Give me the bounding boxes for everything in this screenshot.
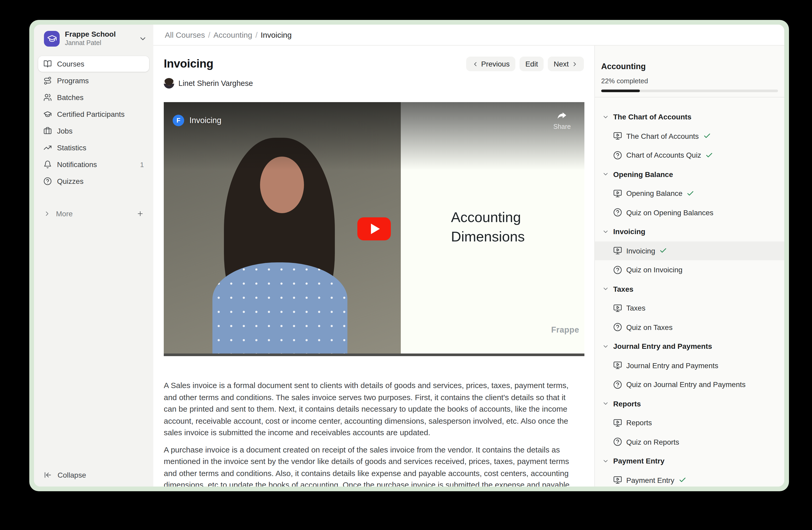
channel-avatar[interactable]: F — [173, 115, 184, 126]
sidebar-item-label: Programs — [57, 76, 89, 85]
outline-section-header[interactable]: Reports — [595, 394, 784, 413]
workspace-switcher[interactable]: Frappe School Jannat Patel — [34, 25, 153, 51]
outline-item[interactable]: The Chart of Accounts — [595, 126, 784, 145]
outline-item[interactable]: Payment Entry — [595, 471, 784, 487]
outline-section-title: Taxes — [613, 285, 633, 293]
route-icon — [43, 76, 52, 85]
outline-section-header[interactable]: Journal Entry and Payments — [595, 337, 784, 356]
chevron-right-icon — [43, 210, 51, 217]
outline-item[interactable]: Quiz on Reports — [595, 432, 784, 451]
next-button[interactable]: Next — [548, 57, 584, 71]
app-window: Frappe School Jannat Patel Courses Progr… — [34, 25, 784, 487]
columns: Invoicing Previous Edit Nex — [153, 45, 784, 487]
video-bottom-bar — [164, 353, 584, 356]
school-name: Frappe School — [65, 30, 133, 39]
outline-item-label: Quiz on Opening Balances — [626, 208, 713, 217]
graduation-cap-icon — [43, 110, 52, 118]
course-progress-fill — [601, 89, 640, 92]
content-area: All Courses/Accounting/Invoicing Invoici… — [153, 25, 784, 487]
lesson-paragraph: A purchase invoice is a document created… — [164, 444, 573, 487]
outline-section-header[interactable]: Invoicing — [595, 222, 784, 241]
page-title: Invoicing — [164, 57, 214, 71]
share-button[interactable]: Share — [553, 110, 571, 130]
outline-item[interactable]: Quiz on Taxes — [595, 318, 784, 337]
chevron-down-icon — [602, 343, 609, 350]
edit-button[interactable]: Edit — [520, 57, 543, 71]
quiz-icon — [613, 380, 622, 389]
outline-item[interactable]: Journal Entry and Payments — [595, 356, 784, 375]
outline-item-label: Quiz on Journal Entry and Payments — [626, 380, 745, 389]
outline-item-label: Quiz on Invoicing — [626, 266, 682, 274]
completed-check-icon — [679, 476, 686, 484]
outline-item[interactable]: Quiz on Invoicing — [595, 260, 784, 279]
breadcrumb-separator: / — [208, 30, 210, 39]
outline-item-current[interactable]: Invoicing — [595, 241, 784, 260]
lesson-paragraph: A Sales invoice is a formal document sen… — [164, 380, 573, 438]
outline-item-label: Opening Balance — [626, 189, 682, 198]
chevron-down-icon — [139, 34, 147, 43]
breadcrumb-separator: / — [255, 30, 257, 39]
breadcrumb-link-accounting[interactable]: Accounting — [214, 30, 252, 39]
video-title[interactable]: Invoicing — [189, 116, 221, 125]
outline-item[interactable]: Quiz on Journal Entry and Payments — [595, 375, 784, 394]
sidebar-item-more[interactable]: More — [38, 206, 149, 222]
chevron-down-icon — [602, 228, 609, 235]
outline-item[interactable]: Chart of Accounts Quiz — [595, 145, 784, 165]
outline-item[interactable]: Opening Balance — [595, 184, 784, 203]
left-sidebar: Frappe School Jannat Patel Courses Progr… — [34, 25, 153, 487]
collapse-button[interactable]: Collapse — [34, 471, 153, 487]
trending-up-icon — [43, 143, 52, 152]
monitor-play-icon — [613, 132, 622, 141]
school-logo — [44, 31, 60, 46]
outline-item-label: Payment Entry — [626, 476, 675, 485]
video-player[interactable]: Accounting Dimensions Frappe F Invoicing… — [164, 102, 584, 356]
outline-item-label: Taxes — [626, 304, 646, 312]
course-progress-label: 22% completed — [601, 76, 778, 86]
sidebar-spacer — [34, 222, 153, 471]
graduation-cap-icon — [47, 33, 57, 43]
outline-section-header[interactable]: Payment Entry — [595, 451, 784, 471]
breadcrumb-link-all-courses[interactable]: All Courses — [165, 30, 205, 39]
sidebar-item-batches[interactable]: Batches — [38, 89, 149, 105]
completed-check-icon — [705, 151, 713, 159]
sidebar-item-label: Jobs — [57, 127, 72, 135]
users-icon — [43, 93, 52, 102]
completed-check-icon — [687, 190, 695, 197]
outline-item[interactable]: Reports — [595, 413, 784, 432]
outline-item-label: Reports — [626, 419, 652, 427]
workspace-names: Frappe School Jannat Patel — [65, 30, 133, 47]
outline-section-title: Payment Entry — [613, 457, 665, 465]
plus-icon[interactable] — [136, 210, 144, 217]
previous-button[interactable]: Previous — [466, 57, 516, 71]
monitor-play-icon — [613, 418, 622, 427]
sidebar-item-programs[interactable]: Programs — [38, 73, 149, 88]
monitor-play-icon — [613, 476, 622, 485]
play-button[interactable] — [357, 217, 391, 240]
book-open-icon — [43, 60, 52, 68]
course-outline: The Chart of Accounts The Chart of Accou… — [595, 97, 784, 487]
outline-item-label: Quiz on Reports — [626, 438, 679, 446]
help-circle-icon — [43, 177, 52, 185]
chevron-down-icon — [602, 171, 609, 178]
more-label: More — [56, 209, 131, 218]
sidebar-item-quizzes[interactable]: Quizzes — [38, 173, 149, 189]
sidebar-item-notifications[interactable]: Notifications 1 — [38, 157, 149, 172]
title-row: Invoicing Previous Edit Nex — [164, 56, 584, 72]
monitor-play-icon — [613, 304, 622, 313]
sidebar-item-label: Certified Participants — [57, 110, 125, 118]
play-icon — [371, 224, 380, 234]
outline-section-header[interactable]: Taxes — [595, 279, 784, 298]
outline-item[interactable]: Taxes — [595, 298, 784, 318]
outline-section-title: Opening Balance — [613, 170, 673, 179]
sidebar-item-statistics[interactable]: Statistics — [38, 140, 149, 155]
app-frame: Frappe School Jannat Patel Courses Progr… — [29, 20, 789, 491]
sidebar-item-label: Courses — [57, 60, 84, 68]
outline-section-header[interactable]: The Chart of Accounts — [595, 107, 784, 126]
sidebar-item-jobs[interactable]: Jobs — [38, 123, 149, 139]
outline-section-header[interactable]: Opening Balance — [595, 165, 784, 184]
sidebar-item-certified-participants[interactable]: Certified Participants — [38, 106, 149, 122]
sidebar-item-courses[interactable]: Courses — [38, 56, 149, 72]
outline-item[interactable]: Quiz on Opening Balances — [595, 203, 784, 222]
screen: Frappe School Jannat Patel Courses Progr… — [0, 0, 812, 530]
collapse-label: Collapse — [58, 471, 86, 479]
